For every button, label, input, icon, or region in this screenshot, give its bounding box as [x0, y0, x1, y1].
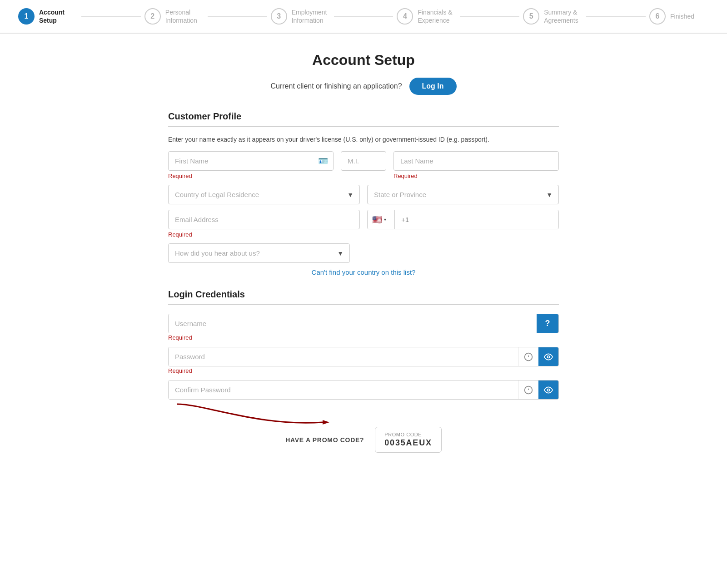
promo-code-title: Promo Code [384, 432, 432, 437]
cant-find-country-link-wrapper: Can't find your country on this list? [168, 268, 559, 277]
step-6[interactable]: 6 Finished [649, 8, 709, 25]
hear-about-select-wrapper: How did you hear about us? Search Engine… [168, 243, 350, 263]
email-group: Required [168, 210, 360, 238]
name-row: 🪪 Required Required [168, 151, 559, 179]
step-1-label: AccountSetup [39, 8, 65, 25]
promo-label: Have a Promo Code? [285, 436, 364, 444]
first-name-input[interactable] [168, 151, 334, 171]
step-3-label: EmploymentInformation [292, 8, 327, 25]
step-connector-1 [81, 16, 141, 17]
confirm-password-strength-icon[interactable] [518, 380, 538, 399]
hear-about-group: How did you hear about us? Search Engine… [168, 243, 350, 263]
last-name-required: Required [393, 173, 559, 179]
step-connector-4 [460, 16, 519, 17]
last-name-input[interactable] [393, 151, 559, 171]
login-button[interactable]: Log In [409, 78, 457, 95]
country-select-wrapper: Country of Legal Residence United States… [168, 185, 360, 204]
first-name-input-wrapper: 🪪 [168, 151, 334, 171]
customer-profile-title: Customer Profile [168, 111, 559, 122]
cant-find-country-link[interactable]: Can't find your country on this list? [312, 268, 416, 276]
step-5-circle: 5 [523, 8, 539, 25]
step-6-label: Finished [670, 12, 694, 20]
flag-emoji: 🇺🇸 [372, 215, 382, 225]
promo-code-value: 0035AEUX [384, 438, 432, 448]
phone-wrapper: 🇺🇸 ▾ [367, 210, 559, 229]
step-2-label: PersonalInformation [165, 8, 197, 25]
step-4-label: Financials &Experience [418, 8, 452, 25]
step-3-circle: 3 [271, 8, 287, 25]
step-1-circle: 1 [18, 8, 35, 25]
step-6-circle: 6 [649, 8, 666, 25]
step-5[interactable]: 5 Summary &Agreements [523, 8, 583, 25]
last-name-group: Required [393, 151, 559, 179]
email-input[interactable] [168, 210, 360, 229]
password-input[interactable] [169, 347, 518, 366]
promo-code-box: Promo Code 0035AEUX [375, 427, 441, 453]
step-2[interactable]: 2 PersonalInformation [144, 8, 204, 25]
svg-marker-4 [323, 420, 329, 425]
confirm-password-icon-group [518, 380, 558, 399]
step-1[interactable]: 1 AccountSetup [18, 8, 78, 25]
svg-point-1 [548, 356, 550, 358]
state-select[interactable]: State or Province California New York [367, 185, 559, 204]
customer-profile-divider [168, 126, 559, 127]
password-group: Required [168, 347, 559, 375]
main-content: Account Setup Current client or finishin… [159, 34, 568, 480]
hear-about-row: How did you hear about us? Search Engine… [168, 243, 559, 263]
username-required: Required [168, 334, 192, 341]
password-strength-icon[interactable] [518, 347, 538, 366]
country-group: Country of Legal Residence United States… [168, 185, 360, 204]
promo-section: Have a Promo Code? Promo Code 0035AEUX [168, 422, 559, 453]
step-3[interactable]: 3 EmploymentInformation [271, 8, 330, 25]
password-toggle-button[interactable] [538, 347, 558, 366]
hear-about-select[interactable]: How did you hear about us? Search Engine… [168, 243, 350, 263]
login-prompt-text: Current client or finishing an applicati… [270, 82, 402, 90]
username-input[interactable] [169, 314, 537, 333]
step-2-circle: 2 [144, 8, 161, 25]
username-group: ? Required [168, 314, 559, 341]
customer-profile-desc: Enter your name exactly as it appears on… [168, 136, 559, 143]
mi-input[interactable] [341, 151, 386, 171]
state-select-wrapper: State or Province California New York ▼ [367, 185, 559, 204]
login-credentials-divider [168, 304, 559, 305]
confirm-password-toggle-button[interactable] [538, 380, 558, 399]
country-state-row: Country of Legal Residence United States… [168, 185, 559, 204]
flag-dropdown-arrow: ▾ [384, 217, 386, 222]
email-required: Required [168, 231, 360, 238]
password-input-wrapper [168, 347, 559, 366]
step-connector-5 [586, 16, 646, 17]
step-4-circle: 4 [397, 8, 413, 25]
phone-flag-selector[interactable]: 🇺🇸 ▾ [368, 210, 395, 229]
username-help-button[interactable]: ? [537, 314, 558, 333]
step-4[interactable]: 4 Financials &Experience [397, 8, 456, 25]
username-input-wrapper: ? [168, 314, 559, 333]
login-credentials-section: Login Credentials ? Required [168, 289, 559, 453]
state-group: State or Province California New York ▼ [367, 185, 559, 204]
password-required: Required [168, 367, 192, 374]
step-5-label: Summary &Agreements [544, 8, 578, 25]
login-prompt: Current client or finishing an applicati… [168, 78, 559, 95]
stepper: 1 AccountSetup 2 PersonalInformation 3 E… [0, 0, 727, 34]
step-connector-2 [208, 16, 267, 17]
first-name-required: Required [168, 173, 334, 179]
promo-arrow [168, 395, 341, 431]
login-credentials-title: Login Credentials [168, 289, 559, 300]
password-icon-group [518, 347, 558, 366]
phone-group: 🇺🇸 ▾ [367, 210, 559, 238]
page-title: Account Setup [168, 52, 559, 69]
step-connector-3 [334, 16, 393, 17]
mi-group [341, 151, 386, 179]
first-name-group: 🪪 Required [168, 151, 334, 179]
svg-point-3 [548, 389, 550, 391]
email-phone-row: Required 🇺🇸 ▾ [168, 210, 559, 238]
customer-profile-section: Customer Profile Enter your name exactly… [168, 111, 559, 277]
country-select[interactable]: Country of Legal Residence United States… [168, 185, 360, 204]
phone-input[interactable] [395, 210, 558, 229]
